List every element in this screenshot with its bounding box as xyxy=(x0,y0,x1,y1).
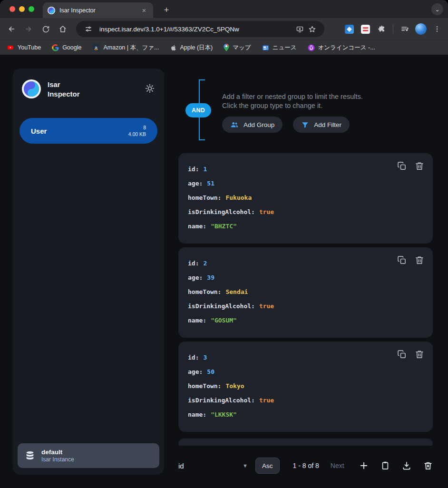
svg-text:a: a xyxy=(95,45,97,50)
bookmark-youtube[interactable]: YouTube xyxy=(7,44,41,51)
field-key: age: xyxy=(188,180,203,187)
field-value: 50 xyxy=(207,368,214,375)
blue-extension-icon xyxy=(345,25,354,34)
profile-button[interactable] xyxy=(414,22,428,36)
record-list: id:1 age:51 homeTown:Fukuoka isDrinkingA… xyxy=(178,153,433,446)
apple-icon xyxy=(170,44,177,51)
group-type-button[interactable]: AND xyxy=(185,103,211,117)
theme-toggle-button[interactable] xyxy=(145,84,155,93)
home-button[interactable] xyxy=(55,21,70,37)
bookmark-label: マップ xyxy=(233,44,251,52)
bookmark-amazon[interactable]: a Amazon | 本、ファ... xyxy=(92,44,159,52)
browser-tab[interactable]: Isar Inspector × xyxy=(43,2,153,18)
collection-meta: 8 4.00 KB xyxy=(128,124,146,137)
browser-menu-button[interactable] xyxy=(430,22,444,36)
field-key: isDrinkingAlcohol: xyxy=(188,397,255,404)
record-field: homeTown:Fukuoka xyxy=(188,191,423,205)
record-field: name:"GOSUM" xyxy=(188,313,423,328)
clipboard-icon xyxy=(380,461,390,470)
forward-button[interactable] xyxy=(21,21,36,37)
tab-search-button[interactable]: ⌄ xyxy=(431,3,443,15)
record-field: id:3 xyxy=(188,351,423,365)
bookmark-news[interactable]: ニュース xyxy=(262,44,297,52)
amazon-icon: a xyxy=(92,44,100,51)
bookmark-apple[interactable]: Apple (日本) xyxy=(170,44,213,52)
brand: Isar Inspector xyxy=(48,79,80,99)
field-key: id: xyxy=(188,354,199,361)
next-page-button[interactable]: Next xyxy=(331,462,344,469)
download-button[interactable] xyxy=(402,461,411,470)
field-value: Tokyo xyxy=(225,382,244,390)
bookmark-label: オンラインコース -... xyxy=(318,44,375,52)
youtube-icon xyxy=(7,44,14,51)
group-icon xyxy=(230,120,239,129)
bookmark-online-course[interactable]: オンラインコース -... xyxy=(308,44,375,52)
collection-name: User xyxy=(31,127,47,135)
add-group-button[interactable]: Add Group xyxy=(222,117,282,133)
delete-all-button[interactable] xyxy=(423,461,433,470)
maximize-window-button[interactable] xyxy=(29,6,34,12)
bookmark-google[interactable]: Google xyxy=(52,44,81,51)
bookmark-button[interactable] xyxy=(306,23,318,35)
copy-record-button[interactable] xyxy=(397,161,407,171)
filter-funnel-icon xyxy=(301,121,309,129)
sidebar-header: Isar Inspector xyxy=(13,68,164,99)
sort-order-button[interactable]: Asc xyxy=(255,458,280,474)
record-field: age:50 xyxy=(188,365,423,379)
filter-content: Add a filter or nested group to limit th… xyxy=(178,77,433,133)
new-tab-button[interactable]: + xyxy=(160,3,173,17)
toolbar-divider xyxy=(393,24,393,34)
sun-icon xyxy=(145,84,155,93)
copy-record-button[interactable] xyxy=(397,255,407,265)
back-button[interactable] xyxy=(4,21,19,37)
bookmark-maps[interactable]: マップ xyxy=(224,44,251,52)
tune-icon xyxy=(85,25,92,33)
field-key: name: xyxy=(188,411,206,418)
copy-record-button[interactable] xyxy=(397,350,407,359)
isar-logo xyxy=(22,79,41,98)
send-to-device-button[interactable] xyxy=(293,23,306,35)
delete-record-button[interactable] xyxy=(415,350,424,359)
field-key: isDrinkingAlcohol: xyxy=(188,208,255,215)
instance-selector[interactable]: default Isar Instance xyxy=(18,443,159,468)
field-value: true xyxy=(259,208,274,215)
media-queue-icon xyxy=(400,25,409,33)
filter-buttons: Add Group Add Filter xyxy=(222,117,433,133)
close-tab-icon[interactable]: × xyxy=(140,6,148,15)
collection-size: 4.00 KB xyxy=(128,131,146,137)
delete-record-button[interactable] xyxy=(415,255,424,265)
extensions-button[interactable] xyxy=(374,22,389,36)
sort-field-select[interactable]: id ▼ xyxy=(178,462,248,470)
extension-2-button[interactable] xyxy=(358,22,372,36)
maps-pin-icon xyxy=(224,44,229,51)
field-key: name: xyxy=(188,223,206,230)
field-value: 51 xyxy=(207,180,214,187)
field-key: homeTown: xyxy=(188,382,221,390)
close-window-button[interactable] xyxy=(10,6,15,12)
field-value: "GOSUM" xyxy=(211,317,237,324)
database-icon xyxy=(25,450,35,461)
star-icon xyxy=(308,25,316,33)
field-value: 39 xyxy=(207,274,214,281)
record-field: id:1 xyxy=(188,162,423,176)
minimize-window-button[interactable] xyxy=(19,6,25,12)
site-info-button[interactable] xyxy=(82,23,95,35)
field-value: Sendai xyxy=(225,288,248,295)
field-key: homeTown: xyxy=(188,194,221,201)
chevron-down-icon: ▼ xyxy=(243,463,248,468)
record-card-partial xyxy=(178,439,433,446)
add-filter-button[interactable]: Add Filter xyxy=(293,117,350,133)
address-bar[interactable]: inspect.isar.dev/3.1.0+1/#/53363/ZV2Cc_5… xyxy=(76,21,324,37)
paste-json-button[interactable] xyxy=(380,461,390,470)
delete-record-button[interactable] xyxy=(415,161,424,171)
reload-button[interactable] xyxy=(38,21,53,37)
brand-line2: Inspector xyxy=(48,89,80,99)
extension-1-button[interactable] xyxy=(342,22,356,36)
field-key: id: xyxy=(188,260,199,267)
collection-item-user[interactable]: User 8 4.00 KB xyxy=(19,118,157,144)
add-record-button[interactable] xyxy=(359,461,369,470)
instance-text: default Isar Instance xyxy=(41,448,74,463)
media-controls-button[interactable] xyxy=(398,22,412,36)
copy-icon xyxy=(397,161,407,171)
browser-toolbar: inspect.isar.dev/3.1.0+1/#/53363/ZV2Cc_5… xyxy=(0,18,448,40)
